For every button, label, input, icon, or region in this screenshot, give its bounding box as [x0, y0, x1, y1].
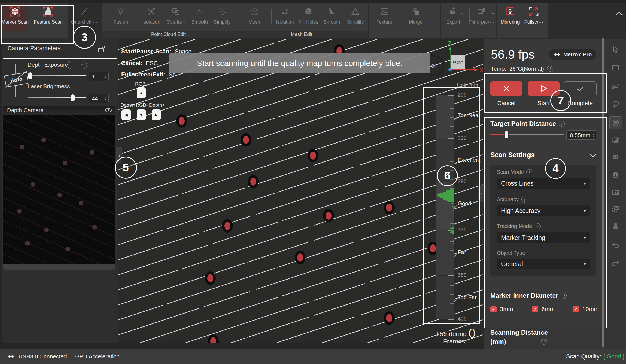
shortcut-cancel: Cancel: ESC	[121, 60, 158, 67]
third-party-button[interactable]: Third-part···	[468, 4, 495, 28]
feature-scan-button[interactable]: Feature Scan	[35, 4, 62, 28]
accuracy-dropdown[interactable]: High Accuracy▾	[497, 205, 590, 216]
quality-histogram-bar	[453, 208, 454, 209]
accuracy-info-icon[interactable]: i	[521, 197, 527, 203]
scan-hint-tooltip: Start scanning until the quality map tur…	[169, 53, 430, 73]
undock-panel-icon[interactable]	[98, 45, 106, 53]
rectangle-select-tool[interactable]	[609, 62, 622, 74]
rendering-frames-value: 0	[468, 327, 476, 340]
plus-button[interactable]: +	[80, 62, 84, 68]
one-click-button[interactable]: One-click ···	[71, 4, 98, 28]
right-panel-expand-handle[interactable]: ›	[478, 185, 484, 202]
scan-viewport-3d[interactable]	[118, 39, 483, 343]
start-button[interactable]	[528, 81, 560, 96]
quality-minor-tick	[450, 312, 454, 312]
one-click-icon	[79, 4, 90, 19]
fill-holes-button[interactable]: Fill Holes	[295, 4, 322, 28]
tpd-spinbox[interactable]: 0.55mm ▴▾	[566, 130, 596, 140]
sphere-select-tool[interactable]	[609, 116, 622, 129]
quality-histogram-bar	[450, 189, 454, 190]
lasso-select-tool[interactable]	[609, 98, 622, 111]
mid-info-icon[interactable]: i	[561, 293, 567, 299]
depth-plus-button[interactable]: ▶	[152, 109, 161, 120]
quality-histogram-bar	[450, 228, 454, 229]
redo-button[interactable]	[609, 258, 622, 270]
merge-button[interactable]: Merge	[402, 4, 429, 28]
polygon-select-tool[interactable]	[609, 80, 622, 92]
exposure-minus-plus-buttons[interactable]: −+	[68, 61, 87, 69]
scan-mode-info-icon[interactable]: i	[526, 169, 532, 175]
texture-button[interactable]: Texture	[371, 4, 398, 28]
status-bar: USB3.0 Connected | GPU Acceleration Scan…	[0, 349, 626, 364]
play-icon	[540, 85, 547, 92]
quality-zone-label: Excellent	[458, 157, 480, 163]
pc-simplify-button[interactable]: Simplify	[209, 4, 235, 28]
mesh-button[interactable]: Mesh	[241, 4, 268, 28]
checkbox-3mm[interactable]: ✓ 3mm	[490, 306, 513, 313]
spinner-arrows-icon[interactable]: ▴▾	[105, 74, 108, 79]
tracking-mode-dropdown[interactable]: Marker Tracking▾	[497, 232, 590, 243]
checkbox-checked-icon: ✓	[532, 306, 538, 312]
stamp-tool[interactable]	[609, 220, 622, 232]
quality-histogram-bar	[443, 198, 454, 200]
laser-brightness-slider[interactable]	[28, 97, 86, 98]
tpd-slider-thumb[interactable]	[505, 131, 508, 138]
marker-scan-button[interactable]: Marker Scan	[2, 3, 28, 31]
fusion-button[interactable]: Fusion	[107, 4, 134, 28]
tpd-info-icon[interactable]: i	[559, 121, 565, 127]
mesh-isolation-button[interactable]: Isolation	[271, 4, 298, 28]
third-party-dropdown-chevron[interactable]: ⌄	[491, 10, 495, 15]
preview-dot	[63, 161, 67, 165]
depth-minus-button[interactable]: ◀	[121, 109, 131, 120]
cancel-button[interactable]	[490, 81, 522, 96]
deselect-tool[interactable]	[609, 151, 622, 163]
checkbox-10mm[interactable]: ✓ 10mm	[573, 306, 599, 313]
spinner-arrows-icon[interactable]: ▴▾	[593, 133, 596, 137]
complete-button[interactable]	[564, 81, 597, 96]
left-panel-collapse-handle[interactable]: ‹	[116, 147, 122, 164]
rgb-plus-button[interactable]: ▲	[137, 87, 146, 98]
mesh-icon	[249, 4, 260, 19]
pc-simplify-label: Simplify	[213, 19, 230, 25]
rgb-minus-button[interactable]: ▼	[137, 109, 146, 120]
checkbox-6mm[interactable]: ✓ 6mm	[532, 306, 555, 313]
ribbon-collapse-chevron[interactable]	[615, 11, 623, 16]
pc-isolation-button[interactable]: Isolation	[138, 4, 165, 28]
duplicate-tool[interactable]	[609, 203, 622, 215]
unit-label: Unit: mm	[457, 82, 478, 89]
scanning-distance-info-icon[interactable]: i	[541, 339, 547, 345]
spinner-arrows-icon[interactable]: ▴▾	[105, 96, 108, 101]
invert-selection-tool[interactable]	[609, 134, 622, 146]
mesh-simplify-button[interactable]: Simplify	[342, 4, 369, 28]
mesh-smooth-icon	[326, 4, 337, 19]
preview-scrollbar[interactable]	[3, 264, 115, 270]
tracking-mode-info-icon[interactable]: i	[535, 223, 541, 229]
export-button[interactable]: Export	[440, 4, 467, 28]
delete-selection-tool[interactable]	[609, 168, 622, 181]
mesh-smooth-button[interactable]: Smooth	[318, 4, 345, 28]
device-switch-button[interactable]: MetroY Pro	[549, 49, 596, 60]
scan-mode-dropdown[interactable]: Cross Lines▾	[497, 178, 590, 189]
object-type-dropdown[interactable]: General▾	[497, 259, 590, 269]
delete-file-tool[interactable]	[609, 186, 622, 198]
axis-gizmo[interactable]: FRONT Z X	[437, 40, 488, 75]
laser-brightness-slider-thumb[interactable]	[71, 94, 75, 101]
depth-exposure-spinbox[interactable]: 1 ▴▾	[89, 72, 109, 81]
cursor-select-tool[interactable]	[609, 43, 622, 56]
temp-info-icon[interactable]: i	[547, 66, 553, 72]
right-panel-scrollbar[interactable]	[602, 38, 604, 347]
quality-histogram-bar	[440, 197, 454, 198]
minus-button[interactable]: −	[71, 62, 74, 68]
eye-visibility-icon[interactable]	[105, 108, 112, 112]
fullscreen-button[interactable]: Fullscr···	[520, 4, 547, 28]
overlap-button[interactable]: Overla···	[163, 4, 189, 28]
mirroring-button[interactable]: Mirroring	[497, 4, 524, 28]
tracking-mode-value: Marker Tracking	[501, 234, 545, 241]
depth-exposure-label: Depth Exposure	[28, 61, 68, 68]
laser-brightness-spinbox[interactable]: 44 ▴▾	[89, 94, 109, 103]
export-dropdown-chevron[interactable]: ⌄	[460, 10, 464, 15]
scan-settings-collapse-chevron[interactable]	[590, 153, 596, 158]
depth-exposure-slider[interactable]	[28, 75, 86, 76]
depth-exposure-slider-thumb[interactable]	[28, 72, 32, 79]
undo-button[interactable]	[609, 239, 622, 252]
